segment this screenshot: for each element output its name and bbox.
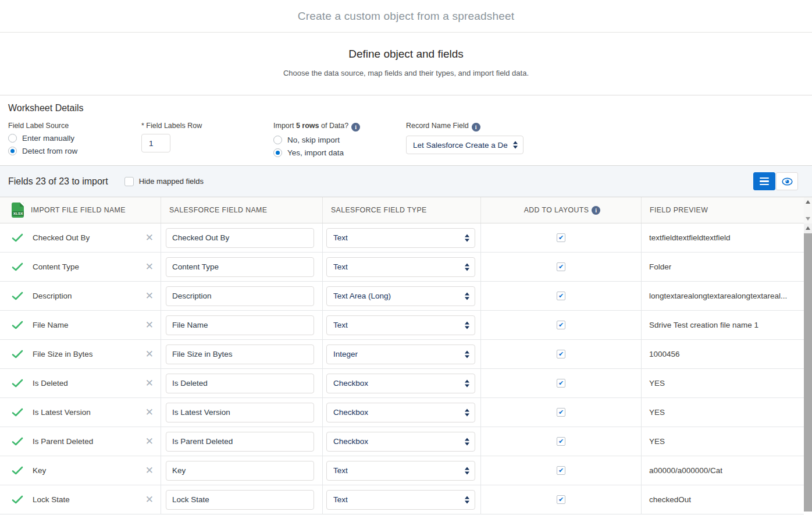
import-field-name: Is Latest Version	[33, 408, 141, 417]
remove-field-icon[interactable]: ✕	[145, 435, 154, 447]
add-to-layouts-checkbox[interactable]: ✔	[557, 321, 565, 329]
salesforce-name-cell	[161, 253, 323, 281]
info-icon[interactable]: i	[592, 206, 600, 215]
salesforce-field-type-select[interactable]: Text	[326, 228, 475, 248]
radio-enter-manually[interactable]: Enter manually	[8, 134, 141, 143]
scroll-down-icon[interactable]	[806, 217, 810, 221]
field-preview-value: checkedOut	[649, 495, 691, 504]
radio-detect-from-row[interactable]: Detect from row	[8, 147, 141, 155]
salesforce-name-cell	[161, 485, 323, 514]
remove-field-icon[interactable]: ✕	[145, 377, 154, 389]
salesforce-field-type-select[interactable]: Text	[326, 257, 475, 277]
mapped-check-icon	[12, 292, 23, 301]
salesforce-field-type-select[interactable]: Text	[326, 490, 475, 510]
radio-circle-icon	[273, 136, 282, 144]
mapped-check-icon	[12, 466, 23, 475]
salesforce-name-cell	[161, 282, 323, 310]
field-labels-row-input[interactable]	[141, 134, 170, 152]
field-mapping-table: XLSX IMPORT FILE FIELD NAME SALESFORCE F…	[0, 197, 812, 514]
scroll-up-icon[interactable]	[806, 200, 810, 204]
remove-field-icon[interactable]: ✕	[145, 261, 154, 273]
table-row: Is Parent Deleted ✕ Checkbox ✔ YES	[0, 427, 804, 456]
column-header-field-preview: FIELD PREVIEW	[642, 197, 796, 223]
remove-field-icon[interactable]: ✕	[145, 290, 154, 302]
radio-no-skip-import[interactable]: No, skip import	[273, 136, 406, 144]
scroll-up-icon[interactable]	[806, 226, 810, 230]
mapped-check-icon	[12, 495, 23, 505]
salesforce-field-name-input[interactable]	[166, 432, 314, 452]
field-preview-value: longtextarealongtextarealongtextareal...	[649, 292, 787, 300]
add-to-layouts-checkbox[interactable]: ✔	[557, 379, 565, 388]
modal-title: Create a custom object from a spreadshee…	[298, 10, 515, 23]
salesforce-field-type-select[interactable]: Text Area (Long)	[326, 286, 475, 306]
salesforce-name-cell	[161, 223, 323, 252]
column-header-salesforce-field-type: SALESFORCE FIELD TYPE	[323, 197, 481, 223]
salesforce-field-name-input[interactable]	[166, 286, 314, 306]
add-to-layouts-checkbox[interactable]: ✔	[557, 262, 565, 271]
table-row: File Size in Bytes ✕ Integer ✔ 1000456	[0, 340, 804, 369]
salesforce-name-cell	[161, 456, 323, 485]
select-stepper-icon	[465, 263, 469, 271]
salesforce-field-name-input[interactable]	[166, 228, 314, 248]
salesforce-field-name-input[interactable]	[166, 257, 314, 277]
salesforce-name-cell	[161, 311, 323, 339]
salesforce-field-type-select[interactable]: Checkbox	[326, 432, 475, 452]
add-to-layouts-checkbox[interactable]: ✔	[557, 437, 565, 446]
salesforce-type-cell: Checkbox	[323, 369, 481, 397]
step-heading: Define object and fields	[0, 48, 812, 61]
import-field-name: File Name	[33, 321, 141, 329]
table-body: Checked Out By ✕ Text ✔ textfieldtextfie…	[0, 223, 812, 514]
select-stepper-icon	[465, 292, 469, 300]
worksheet-details-section: Worksheet Details Field Label Source Ent…	[0, 95, 812, 165]
add-to-layouts-checkbox[interactable]: ✔	[557, 233, 565, 242]
hide-mapped-fields-toggle[interactable]: Hide mapped fields	[124, 177, 204, 186]
list-view-button[interactable]	[753, 172, 775, 190]
table-row: Content Type ✕ Text ✔ Folder	[0, 253, 804, 282]
add-to-layouts-checkbox[interactable]: ✔	[557, 408, 565, 417]
mapped-check-icon	[12, 437, 23, 446]
add-to-layouts-checkbox[interactable]: ✔	[557, 350, 565, 358]
radio-yes-import-data[interactable]: Yes, import data	[273, 148, 406, 157]
scrollbar-track[interactable]	[804, 223, 812, 512]
salesforce-field-name-input[interactable]	[166, 315, 314, 335]
salesforce-field-name-input[interactable]	[166, 403, 314, 422]
table-row: File Name ✕ Text ✔ Sdrive Test creation …	[0, 311, 804, 340]
field-labels-row-group: * Field Labels Row	[141, 122, 273, 161]
modal-header: Create a custom object from a spreadshee…	[0, 0, 812, 33]
remove-field-icon[interactable]: ✕	[145, 348, 154, 360]
preview-view-button[interactable]	[776, 172, 798, 190]
salesforce-field-name-input[interactable]	[166, 344, 314, 364]
remove-field-icon[interactable]: ✕	[145, 319, 154, 331]
add-to-layouts-checkbox[interactable]: ✔	[557, 292, 565, 300]
table-scrollbar[interactable]	[804, 197, 812, 512]
remove-field-icon[interactable]: ✕	[145, 232, 154, 244]
add-to-layouts-checkbox[interactable]: ✔	[557, 466, 565, 475]
scrollbar-thumb[interactable]	[804, 233, 812, 512]
hide-mapped-checkbox[interactable]	[124, 177, 134, 186]
remove-field-icon[interactable]: ✕	[145, 493, 154, 506]
view-switcher	[753, 172, 798, 190]
select-stepper-icon	[465, 234, 469, 241]
import-field-cell: Description ✕	[0, 282, 161, 310]
add-to-layouts-checkbox[interactable]: ✔	[557, 495, 565, 504]
salesforce-field-type-select[interactable]: Integer	[326, 344, 475, 364]
table-row: Description ✕ Text Area (Long) ✔ longtex…	[0, 282, 804, 311]
radio-yes-import-data-label: Yes, import data	[287, 148, 344, 157]
import-field-cell: Is Latest Version ✕	[0, 398, 161, 427]
import-field-name: Lock State	[33, 495, 141, 504]
salesforce-field-name-input[interactable]	[166, 490, 314, 510]
salesforce-field-type-select[interactable]: Checkbox	[326, 403, 475, 422]
remove-field-icon[interactable]: ✕	[145, 464, 154, 477]
remove-field-icon[interactable]: ✕	[145, 406, 154, 418]
salesforce-field-type-select[interactable]: Text	[326, 315, 475, 335]
salesforce-field-type-select[interactable]: Text	[326, 461, 475, 481]
info-icon[interactable]: i	[351, 123, 360, 132]
salesforce-field-type-select[interactable]: Checkbox	[326, 374, 475, 393]
record-name-field-select[interactable]: Let Salesforce Create a Defau	[406, 136, 523, 154]
select-stepper-icon	[513, 141, 518, 149]
add-to-layouts-cell: ✔	[481, 369, 642, 397]
field-preview-cell: YES	[642, 398, 796, 427]
info-icon[interactable]: i	[472, 123, 480, 132]
salesforce-field-name-input[interactable]	[166, 461, 314, 481]
salesforce-field-name-input[interactable]	[166, 374, 314, 393]
